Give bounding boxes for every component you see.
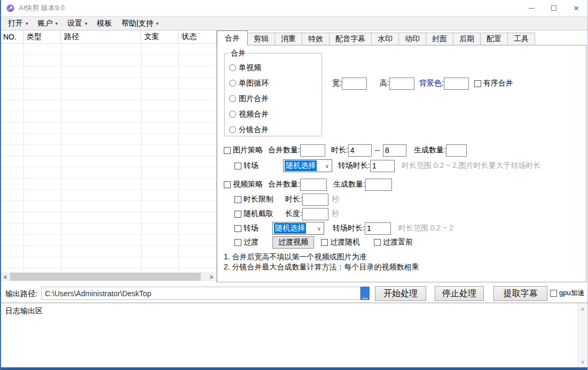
table-header: NO. 类型 路径 文案 状态 — [1, 30, 216, 44]
scroll-up-icon[interactable]: ∧ — [578, 305, 587, 313]
vertical-scrollbar[interactable]: ∧ ∨ — [578, 304, 587, 367]
scroll-down-icon[interactable]: ∨ — [578, 358, 587, 366]
duration-limit-checkbox[interactable]: 时长限制 — [234, 195, 273, 204]
height-label: 高: — [380, 79, 389, 88]
scrollbar-thumb[interactable] — [10, 273, 201, 281]
tab-dedupe[interactable]: 消重 — [275, 33, 302, 45]
app-icon — [6, 4, 14, 12]
image-transition-duration-input[interactable] — [370, 160, 395, 172]
group-title: 合并 — [229, 49, 248, 58]
transition-duration-label: 转场时长: — [338, 161, 370, 171]
stop-processing-button[interactable]: 停止处理 — [435, 286, 484, 301]
tab-dubbing-subtitles[interactable]: 配音字幕 — [329, 33, 372, 45]
radio-video-merge[interactable]: 视频合并 — [225, 106, 322, 122]
minimize-icon — [529, 8, 535, 9]
minimize-button[interactable] — [520, 0, 543, 16]
tab-merge[interactable]: 合并 — [217, 30, 248, 45]
video-strategy-checkbox[interactable]: 视频策略 — [224, 180, 263, 189]
chevron-down-icon: ∨ — [325, 163, 329, 169]
checkbox-icon — [374, 239, 381, 246]
fade-random-checkbox[interactable]: 过渡随机 — [321, 237, 360, 247]
radio-icon — [229, 80, 236, 87]
video-generate-count-input[interactable] — [365, 179, 392, 191]
radio-icon — [229, 95, 236, 102]
radio-storyboard-merge[interactable]: 分镜合并 — [225, 122, 322, 137]
chevron-down-icon: ∨ — [317, 226, 321, 232]
seconds-unit: 秒 — [332, 209, 339, 219]
seconds-unit: 秒 — [332, 195, 339, 204]
browse-button[interactable]: ... — [360, 287, 370, 300]
image-transition-checkbox[interactable]: 转场 — [234, 161, 258, 171]
checkbox-icon — [234, 163, 241, 169]
tab-post[interactable]: 后期 — [453, 33, 481, 45]
video-transition-select[interactable]: 随机选择 ∨ — [272, 222, 324, 235]
column-divider — [141, 44, 142, 271]
menu-settings[interactable]: 设置 ▾ — [62, 17, 92, 30]
close-button[interactable]: × — [565, 0, 587, 16]
note-line: 1. 合并后宽高不填以第一个视频或图片为准 — [224, 252, 419, 262]
checkbox-icon — [234, 196, 241, 203]
width-label: 宽: — [332, 79, 342, 88]
fade-video-button[interactable]: 过渡视频 — [272, 236, 314, 249]
radio-single-image-loop[interactable]: 单图循环 — [225, 75, 322, 91]
scroll-right-icon[interactable]: > — [207, 272, 216, 281]
settings-panel: 合并 剪辑 消重 特效 配音字幕 水印 动印 封面 后期 配置 工具 合并 单视… — [217, 30, 588, 282]
scroll-left-icon[interactable]: < — [1, 272, 10, 281]
width-input[interactable] — [342, 78, 367, 90]
fade-checkbox[interactable]: 过渡 — [234, 237, 258, 247]
video-merge-count-input[interactable] — [300, 179, 327, 191]
log-title: 日志输出区 — [5, 306, 43, 316]
transition-duration-label: 转场时长: — [333, 223, 365, 233]
column-path: 路径 — [61, 30, 141, 43]
tab-edit[interactable]: 剪辑 — [247, 33, 275, 45]
checkbox-icon — [321, 239, 328, 246]
tab-effects[interactable]: 特效 — [302, 33, 330, 45]
extract-subtitles-button[interactable]: 提取字幕 — [493, 286, 547, 301]
duration-limit-input[interactable] — [302, 194, 328, 206]
chevron-down-icon: ▾ — [56, 21, 58, 26]
duration-min-input[interactable] — [348, 144, 372, 157]
bgcolor-input[interactable] — [444, 78, 469, 90]
fade-front-checkbox[interactable]: 过渡置前 — [374, 237, 413, 247]
tab-motion-stamp[interactable]: 动印 — [398, 33, 426, 45]
horizontal-scrollbar[interactable]: < > — [1, 272, 216, 281]
tab-tools[interactable]: 工具 — [507, 33, 535, 45]
menu-help[interactable]: 帮助|支持 ▾ — [117, 17, 163, 30]
title-bar: AI快剪 版本9.0 × — [1, 0, 587, 16]
start-processing-button[interactable]: 开始处理 — [375, 286, 426, 301]
image-merge-count-input[interactable] — [300, 144, 325, 157]
menu-account[interactable]: 账户 ▾ — [33, 17, 63, 30]
radio-single-video[interactable]: 单视频 — [225, 60, 322, 75]
duration-max-input[interactable] — [383, 144, 406, 157]
radio-icon — [229, 111, 236, 118]
maximize-button[interactable] — [543, 0, 565, 16]
chevron-down-icon: ▾ — [156, 21, 159, 26]
video-transition-checkbox[interactable]: 转场 — [234, 223, 258, 233]
merge-notes: 1. 合并后宽高不填以第一个视频或图片为准 2. 分镜合并最大合成数量计算方法：… — [224, 252, 419, 272]
image-generate-count-input[interactable] — [446, 144, 467, 157]
radio-image-merge[interactable]: 图片合并 — [225, 91, 322, 106]
bgcolor-label: 背景色: — [419, 79, 444, 88]
ordered-merge-checkbox[interactable]: 有序合并 — [474, 79, 513, 88]
checkbox-icon — [224, 181, 231, 188]
tab-watermark[interactable]: 水印 — [371, 33, 399, 45]
tab-config[interactable]: 配置 — [480, 33, 508, 45]
merge-mode-group: 合并 单视频 单图循环 图片合并 — [224, 53, 322, 136]
menu-template[interactable]: 模板 — [92, 17, 117, 30]
menu-open[interactable]: 打开 ▾ — [3, 17, 33, 30]
height-input[interactable] — [389, 78, 414, 90]
close-icon: × — [574, 4, 579, 13]
image-transition-select[interactable]: 随机选择 ∨ — [283, 159, 332, 172]
generate-count-label: 生成数量: — [333, 180, 365, 189]
duration-label: 时长: — [331, 145, 348, 155]
checkbox-icon — [474, 80, 481, 87]
output-path-input[interactable] — [41, 287, 360, 300]
tab-cover[interactable]: 封面 — [426, 33, 453, 45]
random-cut-length-input[interactable] — [302, 208, 328, 220]
random-cut-checkbox[interactable]: 随机截取 — [234, 209, 273, 219]
checkbox-icon — [234, 225, 241, 232]
image-strategy-checkbox[interactable]: 图片策略 — [224, 145, 263, 155]
gpu-acceleration-checkbox[interactable]: gpu加速 — [550, 288, 585, 298]
chevron-down-icon: ▾ — [26, 21, 28, 26]
video-transition-duration-input[interactable] — [365, 222, 391, 235]
